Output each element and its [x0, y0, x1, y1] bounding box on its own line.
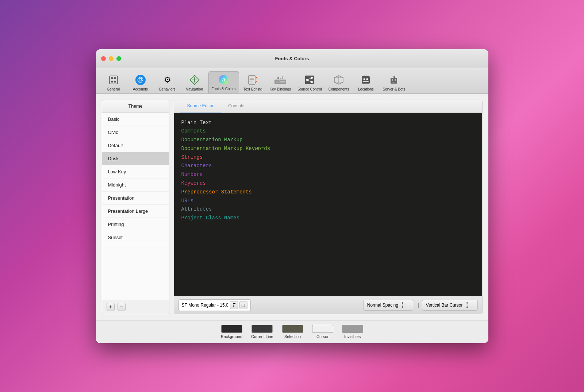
- tab-bar: Source Editor Console: [174, 100, 482, 113]
- toolbar-item-locations[interactable]: Locations: [353, 72, 379, 93]
- source-control-icon: [304, 74, 315, 86]
- svg-rect-1: [111, 77, 113, 79]
- theme-item-default[interactable]: Default: [102, 139, 169, 152]
- cursor-type-value: Vertical Bar Cursor: [426, 303, 463, 308]
- current-line-swatch[interactable]: [251, 325, 273, 333]
- background-label: Background: [221, 334, 242, 339]
- current-line-label: Current Line: [251, 334, 273, 339]
- svg-point-24: [366, 78, 368, 80]
- svg-line-14: [256, 77, 257, 78]
- theme-header: Theme: [102, 100, 169, 113]
- svg-point-30: [395, 79, 396, 81]
- editor-bottom-controls: SF Mono Regular - 15.0 T □ Normal Spacin…: [174, 296, 482, 314]
- code-line-plain-text: Plain Text: [181, 119, 475, 127]
- svg-point-17: [306, 79, 308, 81]
- svg-rect-25: [363, 81, 369, 82]
- cursor-type-select[interactable]: Vertical Bar Cursor ⬆⬇: [422, 300, 478, 311]
- svg-text:A: A: [222, 77, 226, 82]
- toolbar-item-behaviors[interactable]: ⚙ Behaviors: [154, 72, 181, 93]
- font-name-text: SF Mono Regular - 15.0: [182, 303, 228, 308]
- toolbar-item-source-control[interactable]: Source Control: [295, 72, 325, 93]
- behaviors-label: Behaviors: [159, 87, 175, 91]
- code-line-urls: URLs: [181, 197, 475, 205]
- remove-theme-button[interactable]: −: [118, 303, 126, 311]
- cursor-swatch[interactable]: [312, 325, 333, 333]
- general-icon: [108, 74, 119, 86]
- titlebar: Fonts & Colors: [96, 49, 488, 68]
- toolbar-item-navigation[interactable]: Navigation: [181, 72, 208, 93]
- window-controls: [101, 56, 121, 61]
- invisibles-swatch[interactable]: [342, 325, 363, 333]
- code-line-preprocessor-statements: Preprocessor Statements: [181, 188, 475, 197]
- theme-item-presentation[interactable]: Presentation: [102, 192, 169, 205]
- key-bindings-label: Key Bindings: [270, 87, 291, 91]
- swatch-background[interactable]: Background: [221, 325, 242, 339]
- code-line-documentation-markup-keywords: Documentation Markup Keywords: [181, 145, 475, 153]
- spacing-value: Normal Spacing: [367, 303, 398, 308]
- minimize-button[interactable]: [109, 56, 114, 61]
- swatch-cursor[interactable]: Cursor: [312, 325, 333, 339]
- toolbar-item-general[interactable]: General: [100, 72, 127, 93]
- tab-console[interactable]: Console: [221, 100, 251, 112]
- components-icon: [333, 74, 345, 86]
- font-type-button[interactable]: T: [230, 301, 238, 309]
- theme-list: Basic Civic Default Dusk Low Key Midnigh…: [102, 113, 169, 300]
- at-symbol: @: [135, 75, 146, 85]
- selection-label: Selection: [284, 334, 301, 339]
- font-type-icon: T: [233, 303, 235, 308]
- spacing-select[interactable]: Normal Spacing ⬆⬇: [363, 300, 413, 311]
- swatch-selection[interactable]: Selection: [282, 325, 303, 339]
- locations-icon: [360, 74, 372, 86]
- swatch-current-line[interactable]: Current Line: [251, 325, 273, 339]
- code-preview: Plain TextCommentsDocumentation MarkupDo…: [174, 113, 482, 296]
- close-button[interactable]: [101, 56, 106, 61]
- toolbar-item-accounts[interactable]: @ Accounts: [127, 72, 154, 93]
- theme-item-printing[interactable]: Printing: [102, 218, 169, 231]
- tab-source-editor[interactable]: Source Editor: [180, 100, 221, 112]
- svg-rect-2: [111, 81, 113, 82]
- add-theme-button[interactable]: +: [107, 303, 115, 311]
- navigation-icon: [189, 74, 200, 86]
- background-swatch[interactable]: [221, 325, 242, 333]
- cursor-arrows: ⬆⬇: [466, 301, 469, 309]
- fonts-colors-icon: A: [218, 74, 230, 85]
- toolbar-item-text-editing[interactable]: Text Editing: [240, 72, 266, 93]
- svg-point-19: [311, 81, 313, 83]
- svg-rect-31: [392, 82, 395, 82]
- code-line-keywords: Keywords: [181, 179, 475, 188]
- theme-item-civic[interactable]: Civic: [102, 126, 169, 139]
- general-label: General: [107, 87, 120, 91]
- behaviors-icon: ⚙: [162, 74, 173, 86]
- code-line-project-class-names: Project Class Names: [181, 214, 475, 223]
- code-line-numbers: Numbers: [181, 170, 475, 179]
- toolbar-item-fonts-colors[interactable]: A Fonts & Colors: [208, 71, 239, 93]
- theme-item-dusk[interactable]: Dusk: [102, 152, 169, 165]
- toolbar-item-server-bots[interactable]: Server & Bots: [380, 72, 408, 93]
- svg-rect-22: [362, 76, 370, 84]
- theme-item-presentation-large[interactable]: Presentation Large: [102, 205, 169, 218]
- svg-rect-26: [364, 76, 365, 77]
- window-title: Fonts & Colors: [275, 56, 309, 61]
- theme-item-basic[interactable]: Basic: [102, 113, 169, 126]
- svg-point-35: [394, 76, 395, 77]
- toolbar-item-key-bindings[interactable]: alt option Key Bindings: [267, 72, 294, 93]
- selection-swatch[interactable]: [282, 325, 303, 333]
- swatch-invisibles[interactable]: Invisibles: [342, 325, 363, 339]
- theme-item-sunset[interactable]: Sunset: [102, 231, 169, 244]
- font-color-button[interactable]: □: [239, 301, 247, 309]
- server-bots-icon: [388, 74, 400, 86]
- svg-rect-0: [110, 76, 118, 84]
- main-content: Theme Basic Civic Default Dusk Low Key M…: [96, 94, 488, 320]
- source-control-label: Source Control: [297, 87, 322, 91]
- theme-item-midnight[interactable]: Midnight: [102, 178, 169, 192]
- toolbar-item-components[interactable]: Components: [326, 72, 352, 93]
- svg-rect-27: [366, 76, 367, 77]
- accounts-label: Accounts: [133, 87, 148, 91]
- code-line-strings: Strings: [181, 153, 475, 162]
- text-editing-icon: [247, 74, 259, 86]
- navigation-label: Navigation: [186, 87, 203, 91]
- maximize-button[interactable]: [116, 56, 121, 61]
- theme-item-low-key[interactable]: Low Key: [102, 165, 169, 178]
- code-line-characters: Characters: [181, 162, 475, 170]
- svg-rect-28: [391, 78, 397, 84]
